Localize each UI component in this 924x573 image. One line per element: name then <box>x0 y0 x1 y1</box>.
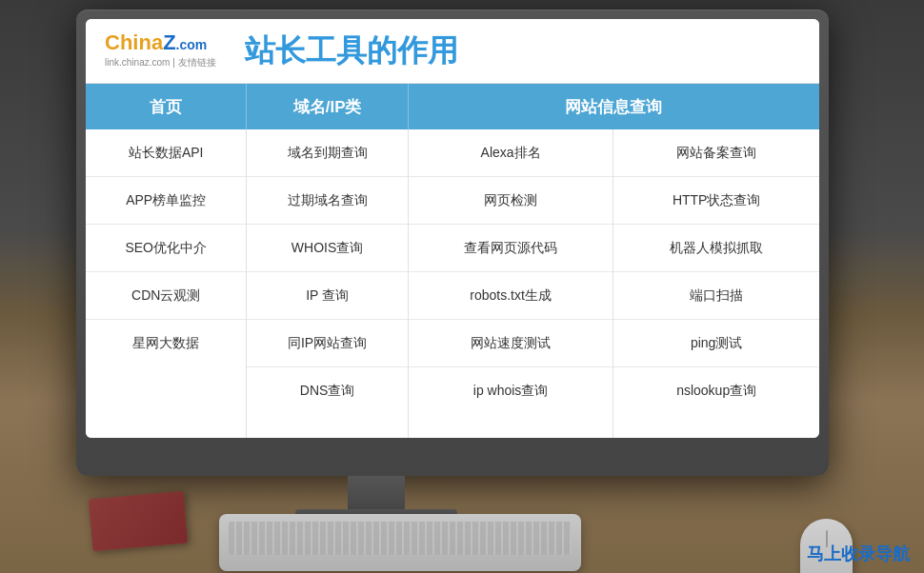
list-item[interactable]: ping测试 <box>613 320 819 367</box>
notebook <box>89 491 188 552</box>
col-info-right: 网站备案查询 HTTP状态查询 机器人模拟抓取 端口扫描 ping测试 nslo… <box>613 129 819 438</box>
list-item[interactable]: 网站备案查询 <box>613 129 819 177</box>
list-item[interactable]: 端口扫描 <box>613 272 819 320</box>
list-item[interactable]: 机器人模拟抓取 <box>613 225 819 272</box>
column-headers: 首页 域名/IP类 网站信息查询 <box>86 84 819 129</box>
col-home: 站长数据API APP榜单监控 SEO优化中介 CDN云观测 星网大数据 <box>86 129 247 438</box>
logo-china: China <box>105 30 163 54</box>
list-item[interactable]: Alexa排名 <box>409 129 613 177</box>
list-item[interactable]: CDN云观测 <box>86 272 246 320</box>
content-area: 站长数据API APP榜单监控 SEO优化中介 CDN云观测 星网大数据 域名到… <box>86 129 819 438</box>
monitor: ChinaZ.com link.chinaz.com | 友情链接 站长工具的作… <box>76 10 829 476</box>
list-item[interactable]: HTTP状态查询 <box>613 177 819 225</box>
col-header-domain: 域名/IP类 <box>247 84 408 129</box>
header-title: 站长工具的作用 <box>245 30 458 72</box>
list-item[interactable]: APP榜单监控 <box>86 177 246 225</box>
list-item[interactable]: 过期域名查询 <box>247 177 407 225</box>
list-item[interactable]: 站长数据API <box>86 129 246 177</box>
list-item[interactable]: DNS查询 <box>247 367 407 415</box>
list-item[interactable]: WHOIS查询 <box>247 225 407 272</box>
logo-area: ChinaZ.com link.chinaz.com | 友情链接 <box>105 32 216 69</box>
list-item[interactable]: 域名到期查询 <box>247 129 407 177</box>
list-item[interactable]: robots.txt生成 <box>409 272 613 320</box>
logo-dotcom: .com <box>176 37 208 52</box>
screen-content: ChinaZ.com link.chinaz.com | 友情链接 站长工具的作… <box>86 19 819 438</box>
keyboard <box>219 514 581 571</box>
list-item[interactable]: 网站速度测试 <box>409 320 613 367</box>
list-item[interactable]: 星网大数据 <box>86 320 246 367</box>
monitor-bezel: ChinaZ.com link.chinaz.com | 友情链接 站长工具的作… <box>86 19 819 438</box>
monitor-neck <box>348 476 405 514</box>
col-info-left: Alexa排名 网页检测 查看网页源代码 robots.txt生成 网站速度测试… <box>409 129 614 438</box>
watermark: 马上收录导航 <box>807 543 910 565</box>
logo-sub: link.chinaz.com | 友情链接 <box>105 56 216 69</box>
logo-z: Z <box>163 30 175 54</box>
header-bar: ChinaZ.com link.chinaz.com | 友情链接 站长工具的作… <box>86 19 819 84</box>
list-item[interactable]: 网页检测 <box>409 177 613 225</box>
col-header-home: 首页 <box>86 84 247 129</box>
col-header-info: 网站信息查询 <box>409 84 819 129</box>
col-domain: 域名到期查询 过期域名查询 WHOIS查询 IP 查询 同IP网站查询 DNS查… <box>247 129 408 438</box>
list-item[interactable]: ip whois查询 <box>409 367 613 415</box>
col-info: Alexa排名 网页检测 查看网页源代码 robots.txt生成 网站速度测试… <box>409 129 819 438</box>
list-item[interactable]: IP 查询 <box>247 272 407 320</box>
logo-main: ChinaZ.com <box>105 32 216 53</box>
list-item[interactable]: 查看网页源代码 <box>409 225 613 272</box>
list-item[interactable]: nslookup查询 <box>613 367 819 415</box>
list-item[interactable]: 同IP网站查询 <box>247 320 407 367</box>
list-item[interactable]: SEO优化中介 <box>86 225 246 272</box>
